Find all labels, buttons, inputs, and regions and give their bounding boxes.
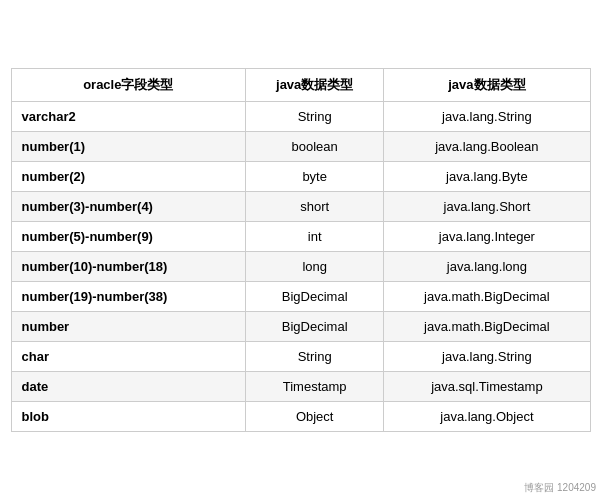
java-simple-cell: BigDecimal	[246, 312, 384, 342]
table-container: oracle字段类型 java数据类型 java数据类型 varchar2Str…	[11, 68, 591, 432]
table-row: blobObjectjava.lang.Object	[11, 402, 590, 432]
oracle-type-cell: number(2)	[11, 162, 246, 192]
java-full-cell: java.lang.long	[384, 252, 590, 282]
java-full-cell: java.lang.Short	[384, 192, 590, 222]
table-row: number(5)-number(9)intjava.lang.Integer	[11, 222, 590, 252]
data-table: oracle字段类型 java数据类型 java数据类型 varchar2Str…	[11, 68, 591, 432]
java-simple-cell: Object	[246, 402, 384, 432]
table-row: number(10)-number(18)longjava.lang.long	[11, 252, 590, 282]
java-simple-cell: String	[246, 102, 384, 132]
oracle-type-cell: number(10)-number(18)	[11, 252, 246, 282]
table-row: charStringjava.lang.String	[11, 342, 590, 372]
col-header-oracle: oracle字段类型	[11, 69, 246, 102]
col-header-java-simple: java数据类型	[246, 69, 384, 102]
java-full-cell: java.lang.Boolean	[384, 132, 590, 162]
java-full-cell: java.math.BigDecimal	[384, 282, 590, 312]
table-row: number(3)-number(4)shortjava.lang.Short	[11, 192, 590, 222]
java-simple-cell: BigDecimal	[246, 282, 384, 312]
table-row: varchar2Stringjava.lang.String	[11, 102, 590, 132]
java-simple-cell: short	[246, 192, 384, 222]
oracle-type-cell: date	[11, 372, 246, 402]
table-row: number(1)booleanjava.lang.Boolean	[11, 132, 590, 162]
oracle-type-cell: char	[11, 342, 246, 372]
java-simple-cell: int	[246, 222, 384, 252]
java-full-cell: java.lang.Object	[384, 402, 590, 432]
table-row: number(2)bytejava.lang.Byte	[11, 162, 590, 192]
java-full-cell: java.lang.Byte	[384, 162, 590, 192]
java-full-cell: java.math.BigDecimal	[384, 312, 590, 342]
col-header-java-full: java数据类型	[384, 69, 590, 102]
table-row: dateTimestampjava.sql.Timestamp	[11, 372, 590, 402]
oracle-type-cell: blob	[11, 402, 246, 432]
watermark: 博客园 1204209	[524, 481, 596, 495]
table-row: number(19)-number(38)BigDecimaljava.math…	[11, 282, 590, 312]
java-simple-cell: Timestamp	[246, 372, 384, 402]
java-simple-cell: boolean	[246, 132, 384, 162]
oracle-type-cell: number(5)-number(9)	[11, 222, 246, 252]
java-full-cell: java.sql.Timestamp	[384, 372, 590, 402]
java-full-cell: java.lang.String	[384, 342, 590, 372]
table-row: numberBigDecimaljava.math.BigDecimal	[11, 312, 590, 342]
java-full-cell: java.lang.String	[384, 102, 590, 132]
oracle-type-cell: number(1)	[11, 132, 246, 162]
java-simple-cell: long	[246, 252, 384, 282]
java-simple-cell: byte	[246, 162, 384, 192]
oracle-type-cell: number(19)-number(38)	[11, 282, 246, 312]
java-simple-cell: String	[246, 342, 384, 372]
oracle-type-cell: number(3)-number(4)	[11, 192, 246, 222]
java-full-cell: java.lang.Integer	[384, 222, 590, 252]
oracle-type-cell: number	[11, 312, 246, 342]
header-row: oracle字段类型 java数据类型 java数据类型	[11, 69, 590, 102]
oracle-type-cell: varchar2	[11, 102, 246, 132]
